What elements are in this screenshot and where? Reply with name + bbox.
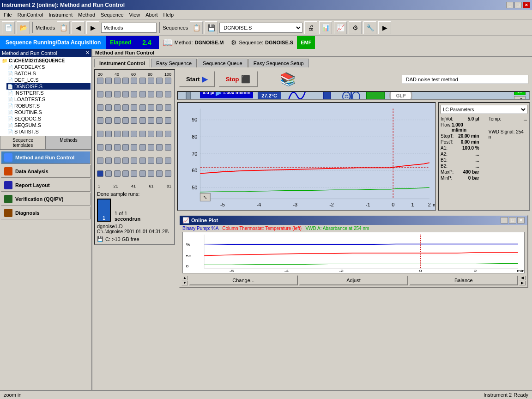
plate-cell-6-6[interactable] bbox=[148, 157, 154, 164]
plate-cell-4-2[interactable] bbox=[114, 131, 121, 137]
plate-cell-6-5[interactable] bbox=[139, 157, 146, 164]
tree-item-batch[interactable]: 📄BATCH.S bbox=[6, 70, 91, 77]
plate-cell-3-8[interactable] bbox=[165, 117, 171, 124]
new-button[interactable]: 📄 bbox=[2, 21, 15, 34]
nav-verification[interactable]: Verification (QQ/PV) bbox=[1, 193, 91, 206]
seq-btn4[interactable]: 📊 bbox=[319, 21, 332, 34]
plate-cell-2-3[interactable] bbox=[122, 104, 129, 111]
menu-method[interactable]: Method bbox=[75, 11, 98, 18]
plate-cell-2-2[interactable] bbox=[114, 104, 121, 111]
tree-item-instperf[interactable]: 📄INSTPERF.S bbox=[6, 90, 91, 96]
plate-cell-1-8[interactable] bbox=[165, 91, 171, 97]
menu-view[interactable]: View bbox=[127, 11, 143, 18]
plate-cell-7-1[interactable] bbox=[105, 170, 112, 177]
plate-cell-1-1[interactable] bbox=[105, 91, 112, 97]
plate-cell-0-6[interactable] bbox=[148, 78, 154, 84]
plate-cell-5-3[interactable] bbox=[122, 144, 129, 151]
plate-cell-4-6[interactable] bbox=[148, 131, 154, 137]
tree-item-loadtest[interactable]: 📄LOADTEST.S bbox=[6, 96, 91, 103]
plate-cell-6-4[interactable] bbox=[131, 157, 137, 164]
plate-cell-7-5[interactable] bbox=[139, 170, 146, 177]
plate-cell-1-2[interactable] bbox=[114, 91, 121, 97]
plate-cell-5-7[interactable] bbox=[156, 144, 163, 151]
plate-cell-0-8[interactable] bbox=[165, 78, 171, 84]
plate-cell-5-5[interactable] bbox=[139, 144, 146, 151]
minimize-button[interactable]: _ bbox=[506, 2, 514, 8]
methods-btn1[interactable]: 📋 bbox=[57, 21, 70, 34]
plate-cell-7-3[interactable] bbox=[122, 170, 129, 177]
plate-cell-0-0[interactable] bbox=[97, 78, 103, 84]
stop-button[interactable]: Stop ⬛ bbox=[218, 71, 258, 87]
plate-cell-6-3[interactable] bbox=[122, 157, 129, 164]
plate-cell-3-3[interactable] bbox=[122, 117, 129, 124]
seq-btn5[interactable]: 📈 bbox=[334, 21, 347, 34]
tab-methods[interactable]: Methods bbox=[46, 136, 91, 150]
menu-runcontrol[interactable]: RunControl bbox=[15, 11, 46, 18]
tree-item-afcdelay[interactable]: 📄AFCDELAY.S bbox=[6, 64, 91, 70]
plot-close-btn[interactable]: ✕ bbox=[517, 217, 525, 224]
plate-cell-4-8[interactable] bbox=[165, 131, 171, 137]
plate-cell-0-5[interactable] bbox=[139, 78, 146, 84]
plate-cell-4-3[interactable] bbox=[122, 131, 129, 137]
plate-cell-1-4[interactable] bbox=[131, 91, 137, 97]
plate-cell-2-5[interactable] bbox=[139, 104, 146, 111]
plate-cell-2-8[interactable] bbox=[165, 104, 171, 111]
plate-cell-3-0[interactable] bbox=[97, 117, 103, 124]
seq-btn7[interactable]: 🔧 bbox=[363, 21, 376, 34]
plate-cell-7-8[interactable] bbox=[165, 170, 171, 177]
plate-cell-2-7[interactable] bbox=[156, 104, 163, 111]
seq-btn3[interactable]: 🖨 bbox=[304, 21, 317, 34]
plate-cell-2-6[interactable] bbox=[148, 104, 154, 111]
tab-instrument-control[interactable]: Instrument Control bbox=[94, 59, 150, 67]
plate-cell-3-1[interactable] bbox=[105, 117, 112, 124]
tree-item-robust[interactable]: 📄ROBUST.S bbox=[6, 103, 91, 109]
on-button[interactable]: on bbox=[514, 91, 526, 95]
open-button[interactable]: 📂 bbox=[17, 21, 30, 34]
menu-help[interactable]: Help bbox=[161, 11, 177, 18]
plate-cell-0-2[interactable] bbox=[114, 78, 121, 84]
methods-btn2[interactable]: ◀ bbox=[72, 21, 85, 34]
plate-cell-0-7[interactable] bbox=[156, 78, 163, 84]
plate-cell-6-0[interactable] bbox=[97, 157, 103, 164]
plate-cell-5-4[interactable] bbox=[131, 144, 137, 151]
plate-cell-4-1[interactable] bbox=[105, 131, 112, 137]
plate-cell-1-0[interactable] bbox=[97, 91, 103, 97]
off-button[interactable]: off bbox=[514, 96, 526, 100]
plate-cell-5-1[interactable] bbox=[105, 144, 112, 151]
nav-report-layout[interactable]: Report Layout bbox=[1, 179, 91, 192]
plate-cell-0-3[interactable] bbox=[122, 78, 129, 84]
plate-cell-4-5[interactable] bbox=[139, 131, 146, 137]
tree-item-dgnoise[interactable]: 📄DGNOISE.S bbox=[6, 83, 91, 90]
tree-root-item[interactable]: 📁 C:\CHEM32\1\SEQUENCE bbox=[1, 58, 91, 64]
plate-cell-2-4[interactable] bbox=[131, 104, 137, 111]
scroll-arrows[interactable]: ▲ ▼ bbox=[181, 276, 188, 285]
plate-cell-4-0[interactable] bbox=[97, 131, 103, 137]
adjust-button[interactable]: Adjust bbox=[299, 275, 408, 285]
plate-cell-2-1[interactable] bbox=[105, 104, 112, 111]
plate-cell-3-4[interactable] bbox=[131, 117, 137, 124]
lc-params-dropdown[interactable]: LC Parameters bbox=[441, 105, 527, 114]
menu-abort[interactable]: Abort bbox=[143, 11, 160, 18]
tab-sequence-templates[interactable]: Sequence templates bbox=[0, 136, 46, 150]
methods-btn3[interactable]: ▶ bbox=[86, 21, 99, 34]
plate-cell-5-2[interactable] bbox=[114, 144, 121, 151]
plate-cell-3-5[interactable] bbox=[139, 117, 146, 124]
plate-cell-4-4[interactable] bbox=[131, 131, 137, 137]
nav-data-analysis[interactable]: Data Analysis bbox=[1, 165, 91, 178]
seq-btn8[interactable]: ▶ bbox=[378, 21, 391, 34]
balance-button[interactable]: Balance bbox=[409, 275, 518, 285]
plate-cell-0-1[interactable] bbox=[105, 78, 112, 84]
plate-cell-3-7[interactable] bbox=[156, 117, 163, 124]
menu-file[interactable]: File bbox=[1, 11, 15, 18]
nav-method-run-control[interactable]: Method and Run Control bbox=[1, 151, 91, 164]
tree-item-deflc[interactable]: 📄DEF_LC.S bbox=[6, 77, 91, 83]
plate-cell-2-0[interactable] bbox=[97, 104, 103, 111]
menu-sequence[interactable]: Sequence bbox=[98, 11, 127, 18]
plate-cell-6-7[interactable] bbox=[156, 157, 163, 164]
tree-item-seqdoc[interactable]: 📄SEQDOC.S bbox=[6, 115, 91, 122]
plate-cell-6-8[interactable] bbox=[165, 157, 171, 164]
plot-maximize-btn[interactable]: □ bbox=[509, 217, 516, 224]
seq-btn6[interactable]: ⚙ bbox=[349, 21, 362, 34]
close-button[interactable]: ✕ bbox=[523, 2, 530, 8]
plate-cell-6-1[interactable] bbox=[105, 157, 112, 164]
